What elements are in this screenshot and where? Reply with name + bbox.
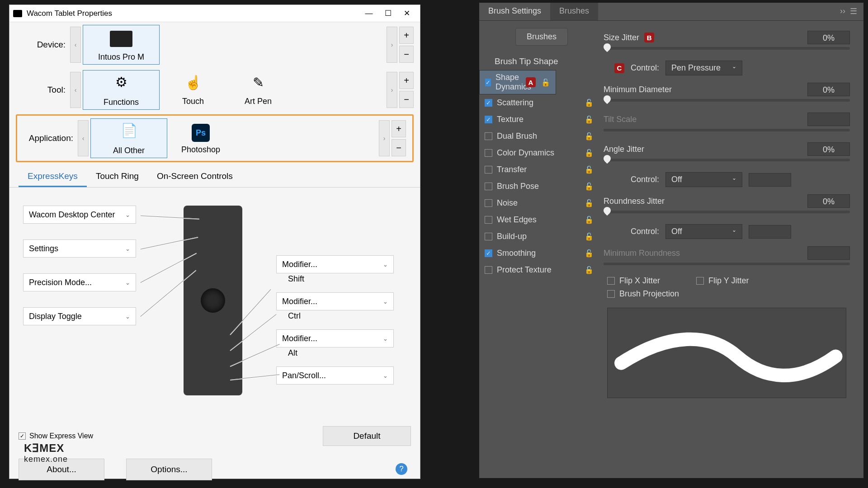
- lock-icon[interactable]: 🔓: [585, 182, 594, 191]
- brush-option-build-up[interactable]: Build-up🔓: [479, 228, 599, 245]
- tool-add-button[interactable]: +: [399, 72, 414, 89]
- option-checkbox[interactable]: ✓: [485, 99, 492, 107]
- key-dropdown-6[interactable]: Modifier...⌄: [276, 292, 394, 310]
- brush-option-transfer[interactable]: Transfer🔓: [479, 161, 599, 178]
- size-jitter-value[interactable]: 0%: [807, 31, 850, 44]
- control-select-1[interactable]: Pen Pressure⌄: [665, 61, 742, 75]
- device-remove-button[interactable]: −: [399, 46, 414, 63]
- maximize-button[interactable]: ☐: [378, 7, 397, 20]
- close-button[interactable]: ✕: [397, 7, 416, 20]
- touch-icon: ☝: [185, 75, 202, 90]
- app-next-button[interactable]: ›: [379, 120, 390, 156]
- brush-option-wet-edges[interactable]: Wet Edges🔓: [479, 211, 599, 228]
- tab-touchring[interactable]: Touch Ring: [87, 167, 148, 187]
- key-dropdown-4[interactable]: Display Toggle⌄: [23, 307, 136, 325]
- tab-onscreen[interactable]: On-Screen Controls: [148, 167, 242, 187]
- option-checkbox[interactable]: [485, 266, 492, 274]
- brush-tip-shape-item[interactable]: Brush Tip Shape: [479, 53, 599, 70]
- device-next-button[interactable]: ›: [387, 27, 397, 63]
- lock-icon[interactable]: 🔓: [585, 165, 594, 174]
- brush-option-texture[interactable]: ✓Texture🔓: [479, 111, 599, 128]
- lock-icon[interactable]: 🔓: [585, 115, 594, 124]
- option-checkbox[interactable]: ✓: [485, 249, 492, 257]
- app-item-photoshop[interactable]: Ps Photoshop: [169, 118, 232, 158]
- tool-remove-button[interactable]: −: [399, 91, 414, 108]
- brush-option-scattering[interactable]: ✓Scattering🔓: [479, 94, 599, 111]
- brush-option-dual-brush[interactable]: Dual Brush🔓: [479, 128, 599, 145]
- projection-checkbox[interactable]: [607, 290, 615, 298]
- key-sublabel: Ctrl: [276, 311, 301, 321]
- brush-option-noise[interactable]: Noise🔓: [479, 195, 599, 211]
- lock-icon[interactable]: 🔓: [585, 249, 594, 258]
- key-dropdown-2[interactable]: Settings⌄: [23, 239, 136, 258]
- lock-icon[interactable]: 🔓: [585, 216, 594, 224]
- key-dropdown-3[interactable]: Precision Mode...⌄: [23, 273, 136, 291]
- option-checkbox[interactable]: ✓: [485, 116, 492, 123]
- roundness-jitter-value[interactable]: 0%: [807, 194, 850, 208]
- app-add-button[interactable]: +: [392, 120, 406, 137]
- lock-icon[interactable]: 🔓: [585, 199, 594, 207]
- control-select-2[interactable]: Off⌄: [665, 172, 742, 187]
- app-remove-button[interactable]: −: [392, 139, 406, 156]
- tool-next-button[interactable]: ›: [387, 72, 397, 108]
- option-checkbox[interactable]: [485, 216, 492, 224]
- brush-option-protect-texture[interactable]: Protect Texture🔓: [479, 262, 599, 278]
- min-diameter-slider[interactable]: [604, 99, 850, 102]
- option-checkbox[interactable]: [485, 166, 492, 174]
- size-jitter-slider[interactable]: [604, 47, 850, 50]
- key-dropdown-8[interactable]: Pan/Scroll...⌄: [276, 366, 394, 385]
- angle-jitter-value[interactable]: 0%: [807, 142, 850, 156]
- brush-options-list: Brushes Brush Tip Shape ✓Shape DynamicsA…: [479, 21, 599, 413]
- tool-item-artpen[interactable]: ✎ Art Pen: [226, 70, 290, 110]
- flipx-checkbox[interactable]: [607, 277, 615, 285]
- brush-option-brush-pose[interactable]: Brush Pose🔓: [479, 178, 599, 195]
- tool-item-touch[interactable]: ☝ Touch: [161, 70, 225, 110]
- key-dropdown-7[interactable]: Modifier...⌄: [276, 329, 394, 347]
- tool-prev-button[interactable]: ‹: [70, 72, 81, 108]
- key-dropdown-5[interactable]: Modifier...⌄: [276, 255, 394, 273]
- app-prev-button[interactable]: ‹: [78, 120, 89, 156]
- menu-icon[interactable]: ☰: [850, 6, 857, 17]
- lock-icon[interactable]: 🔓: [585, 266, 594, 274]
- show-express-checkbox[interactable]: ✓: [19, 432, 26, 440]
- default-button[interactable]: Default: [323, 426, 411, 446]
- tab-brushes[interactable]: Brushes: [550, 3, 598, 20]
- lock-icon[interactable]: 🔓: [585, 149, 594, 157]
- tab-brush-settings[interactable]: Brush Settings: [479, 3, 550, 20]
- min-roundness-value: [807, 246, 850, 260]
- key-dropdown-1[interactable]: Wacom Desktop Center⌄: [23, 206, 136, 224]
- control-select-3[interactable]: Off⌄: [665, 224, 742, 239]
- device-prev-button[interactable]: ‹: [70, 27, 81, 63]
- collapse-icon[interactable]: ››: [840, 6, 845, 17]
- brush-option-smoothing[interactable]: ✓Smoothing🔓: [479, 245, 599, 262]
- device-item-intuos[interactable]: Intuos Pro M: [83, 25, 160, 65]
- option-checkbox[interactable]: [485, 199, 492, 207]
- lock-icon[interactable]: 🔓: [585, 232, 594, 241]
- flipy-checkbox[interactable]: [696, 277, 704, 285]
- pen-icon: ✎: [253, 75, 264, 90]
- lock-icon[interactable]: 🔓: [541, 78, 550, 87]
- min-diameter-value[interactable]: 0%: [807, 83, 850, 96]
- angle-jitter-slider[interactable]: [604, 159, 850, 161]
- options-button[interactable]: Options...: [126, 459, 212, 480]
- option-checkbox[interactable]: ✓: [485, 79, 491, 86]
- option-label: Smoothing: [497, 249, 536, 258]
- option-checkbox[interactable]: [485, 149, 492, 157]
- help-button[interactable]: ?: [396, 463, 407, 475]
- tab-expresskeys[interactable]: ExpressKeys: [19, 167, 87, 187]
- option-checkbox[interactable]: [485, 132, 492, 140]
- option-checkbox[interactable]: [485, 183, 492, 190]
- minimize-button[interactable]: —: [359, 7, 378, 20]
- brush-option-shape-dynamics[interactable]: ✓Shape DynamicsA🔓: [479, 70, 556, 94]
- watermark-url: kemex.one: [24, 455, 68, 464]
- lock-icon[interactable]: 🔓: [585, 132, 594, 141]
- tool-item-functions[interactable]: ⚙ Functions: [83, 70, 160, 110]
- option-checkbox[interactable]: [485, 233, 492, 240]
- device-row: Device: ‹ Intuos Pro M › + −: [9, 22, 420, 67]
- brush-option-color-dynamics[interactable]: Color Dynamics🔓: [479, 145, 599, 161]
- app-item-allother[interactable]: 📄 All Other: [90, 118, 167, 158]
- lock-icon[interactable]: 🔓: [585, 99, 594, 107]
- brushes-button[interactable]: Brushes: [515, 28, 568, 46]
- device-add-button[interactable]: +: [399, 27, 414, 44]
- roundness-jitter-slider[interactable]: [604, 211, 850, 213]
